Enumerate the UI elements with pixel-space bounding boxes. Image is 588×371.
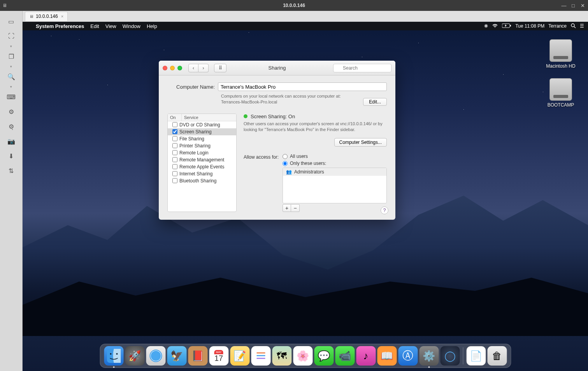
search-input[interactable]: [333, 64, 391, 72]
traffic-lights: [163, 66, 182, 70]
service-checkbox[interactable]: [172, 136, 177, 141]
service-row[interactable]: Remote Apple Events: [168, 163, 236, 170]
dock-ibooks[interactable]: 📖: [377, 346, 397, 366]
host-app-icon: 🖥: [2, 3, 7, 8]
transfer-icon[interactable]: ⇅: [7, 167, 16, 174]
service-checkbox[interactable]: [172, 143, 177, 148]
fit-window-icon[interactable]: ⛶: [7, 33, 16, 40]
dock-finder[interactable]: [104, 346, 123, 366]
close-button[interactable]: ✕: [579, 3, 586, 9]
forward-button[interactable]: ›: [198, 64, 209, 72]
radio-all-users[interactable]: [283, 154, 288, 159]
access-label: Allow access for:: [244, 154, 279, 212]
menu-help[interactable]: Help: [144, 23, 160, 29]
dock-messages[interactable]: 💬: [314, 346, 333, 366]
keyboard-icon[interactable]: ⌨: [7, 93, 16, 100]
dock-notes[interactable]: 📝: [230, 346, 249, 366]
spotlight-icon[interactable]: [570, 23, 576, 30]
service-label: Printer Sharing: [179, 143, 211, 149]
menulet-icon[interactable]: ❋: [484, 23, 488, 29]
show-all-button[interactable]: ⠿: [214, 64, 226, 72]
screenshot-icon[interactable]: 📷: [7, 138, 16, 145]
preferences-window: ‹ › ⠿ Sharing 🔍 Computer Name: Co: [159, 61, 395, 220]
service-row[interactable]: Internet Sharing: [168, 170, 236, 177]
windowed-icon[interactable]: ❐: [7, 53, 16, 60]
remove-user-button[interactable]: −: [291, 204, 300, 212]
back-button[interactable]: ‹: [188, 64, 198, 72]
edit-hostname-button[interactable]: Edit...: [363, 98, 387, 106]
dock-safari[interactable]: [146, 346, 165, 366]
dock-document[interactable]: 📄: [466, 346, 486, 366]
service-checkbox[interactable]: [172, 150, 177, 155]
gear-icon[interactable]: ⚙: [7, 108, 16, 115]
computer-settings-button[interactable]: Computer Settings...: [334, 138, 387, 147]
minimize-button[interactable]: —: [561, 3, 567, 9]
maximize-button[interactable]: □: [570, 3, 576, 9]
service-row[interactable]: Screen Sharing: [168, 128, 236, 135]
notification-center-icon[interactable]: ☰: [580, 23, 584, 29]
user-row: 👥 Administrators: [283, 168, 386, 176]
minimize-window-icon[interactable]: [170, 66, 175, 70]
menu-view[interactable]: View: [102, 23, 119, 29]
add-user-button[interactable]: +: [283, 204, 291, 212]
dock-launchpad[interactable]: 🚀: [125, 346, 144, 366]
service-label: Bluetooth Sharing: [179, 178, 216, 184]
dock-trash[interactable]: 🗑: [487, 346, 507, 366]
service-label: Remote Apple Events: [179, 164, 224, 170]
service-checkbox[interactable]: [172, 122, 177, 127]
service-checkbox[interactable]: [172, 171, 177, 176]
app-menu[interactable]: System Preferences: [33, 23, 87, 29]
help-button[interactable]: ?: [381, 206, 388, 214]
service-row[interactable]: DVD or CD Sharing: [168, 121, 236, 128]
menu-edit[interactable]: Edit: [87, 23, 102, 29]
dock-appstore[interactable]: Ⓐ: [398, 346, 418, 366]
service-row[interactable]: Bluetooth Sharing: [168, 177, 236, 184]
radio-only-users[interactable]: [283, 161, 288, 166]
dock-facetime[interactable]: 📹: [335, 346, 355, 366]
wifi-icon[interactable]: [492, 23, 498, 29]
gears-icon[interactable]: ⚙̣: [7, 123, 16, 130]
service-label: Internet Sharing: [179, 171, 212, 177]
svg-rect-1: [510, 25, 511, 26]
battery-icon[interactable]: [502, 23, 511, 29]
fullscreen-icon[interactable]: ▭: [7, 18, 16, 25]
service-checkbox[interactable]: [172, 157, 177, 162]
tab-close-icon[interactable]: ×: [61, 14, 63, 19]
dock-contacts[interactable]: 📕: [188, 346, 207, 366]
menu-window[interactable]: Window: [119, 23, 144, 29]
service-row[interactable]: Printer Sharing: [168, 142, 236, 149]
service-checkbox[interactable]: [172, 178, 177, 183]
dock-itunes[interactable]: ♪: [356, 346, 376, 366]
dock-maps[interactable]: 🗺: [272, 346, 291, 366]
users-list[interactable]: 👥 Administrators: [283, 168, 387, 203]
service-row[interactable]: Remote Management: [168, 156, 236, 163]
computer-name-label: Computer Name:: [167, 84, 218, 90]
dock-reminders[interactable]: [251, 346, 270, 366]
host-title: 10.0.0.146: [283, 3, 305, 8]
close-window-icon[interactable]: [163, 66, 167, 70]
desktop-icon-bootcamp[interactable]: BOOTCAMP: [545, 78, 576, 108]
connection-tab[interactable]: 🖥 10.0.0.146 ×: [25, 12, 68, 21]
dock-separator: [463, 347, 463, 364]
computer-name-input[interactable]: [218, 82, 387, 91]
service-checkbox[interactable]: [172, 129, 177, 134]
zoom-window-icon[interactable]: [177, 66, 182, 70]
dock-mail[interactable]: 🦅: [167, 346, 186, 366]
zoom-icon[interactable]: 🔍: [7, 73, 16, 80]
dock-siri[interactable]: ◯: [440, 346, 460, 366]
dock-calendar[interactable]: MAY17: [209, 346, 228, 366]
service-row[interactable]: Remote Login: [168, 149, 236, 156]
mac-menubar: System Preferences Edit View Window Help…: [23, 22, 588, 30]
menubar-clock[interactable]: Tue 11:08 PM: [515, 23, 544, 29]
dock-system-preferences[interactable]: ⚙️: [419, 346, 439, 366]
svg-point-2: [571, 24, 574, 27]
service-row[interactable]: File Sharing: [168, 135, 236, 142]
dock-photos[interactable]: 🌸: [293, 346, 312, 366]
desktop-icon-macintosh-hd[interactable]: Macintosh HD: [545, 39, 576, 69]
local-name-help1: Computers on your local network can acce…: [221, 93, 387, 99]
svg-rect-12: [256, 358, 265, 359]
menubar-user[interactable]: Terrance: [548, 23, 567, 29]
service-checkbox[interactable]: [172, 164, 177, 169]
download-icon[interactable]: ⬇: [7, 152, 16, 159]
status-title: Screen Sharing: On: [251, 114, 295, 119]
